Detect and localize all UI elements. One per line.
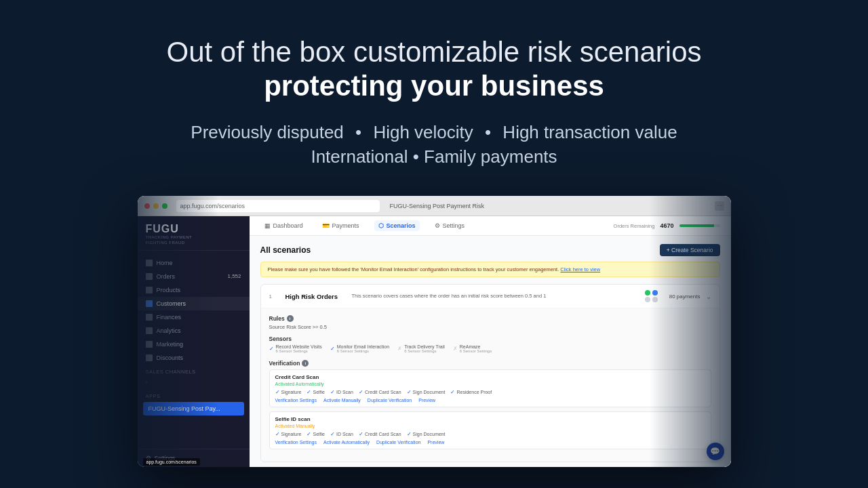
- verification-section: Verification i Credit Card Scan Activate…: [269, 360, 711, 449]
- products-icon: [146, 287, 153, 293]
- action-preview-1[interactable]: Preview: [427, 440, 444, 445]
- sidebar-nav: Home Orders 1,552 Products Customers: [138, 251, 250, 449]
- sensor-item-2: ✗ Track Delivery Trail 6 Sensor Settings: [397, 344, 445, 353]
- sidebar-item-sales-expand[interactable]: ›: [138, 376, 250, 389]
- content-area: All scenarios + Create Scenario Please m…: [250, 236, 731, 467]
- sidebar-item-fugu[interactable]: FUGU-Sensing Post Pay...: [143, 402, 244, 415]
- finances-icon: [146, 314, 153, 321]
- verification-checks-1: ✓ Signature ✓ Selfie ✓ I: [275, 431, 705, 437]
- bullet-3: •: [413, 146, 424, 167]
- check-id-0: ✓ ID Scan: [330, 389, 353, 395]
- action-activate-manually-0[interactable]: Activate Manually: [323, 398, 361, 403]
- url-tooltip: app.fugu.com/scenarios: [143, 458, 200, 466]
- sidebar-item-products[interactable]: Products: [138, 283, 250, 297]
- verification-checks-0: ✓ Signature ✓ Selfie ✓ I: [275, 389, 705, 395]
- scenario-card: 1 High Risk Orders This scenario covers …: [260, 284, 720, 462]
- tab-payments[interactable]: 💳 Payments: [318, 220, 363, 231]
- check-res-0: ✓ Residence Proof: [450, 389, 492, 395]
- action-verification-settings-1[interactable]: Verification Settings: [275, 440, 317, 445]
- sensor-label-0: Record Website Visits 6 Sensor Settings: [276, 344, 322, 353]
- browser-dot-maximize[interactable]: [162, 203, 167, 209]
- tagline-item-4: International: [311, 146, 408, 167]
- browser-icon-1[interactable]: ⋯: [715, 201, 724, 211]
- status-dot-1: [645, 290, 650, 296]
- rules-info-icon[interactable]: i: [287, 315, 294, 322]
- sidebar-item-customers[interactable]: Customers: [138, 297, 250, 310]
- tagline-item-3: High transaction value: [502, 122, 677, 142]
- app-layout: FUGU TRACKING PAYMENT FIGHTING FRAUD Hom…: [138, 216, 731, 467]
- chat-icon: 💬: [710, 447, 720, 456]
- tab-settings-label: Settings: [443, 222, 465, 229]
- action-activate-auto-1[interactable]: Activate Automatically: [323, 440, 370, 445]
- verification-info-icon[interactable]: i: [302, 360, 309, 367]
- action-duplicate-0[interactable]: Duplicate Verification: [368, 398, 412, 403]
- sidebar-label-marketing: Marketing: [157, 341, 184, 348]
- tagline-row2: International • Family payments: [166, 146, 701, 167]
- check-mark-id-1: ✓: [330, 431, 335, 437]
- alert-banner: Please make sure you have followed the '…: [260, 262, 720, 277]
- sensors-grid: ✓ Record Website Visits 6 Sensor Setting…: [269, 344, 711, 353]
- sidebar-label-discounts: Discounts: [157, 354, 184, 361]
- sidebar-label-products: Products: [157, 287, 181, 293]
- sidebar-logo: FUGU TRACKING PAYMENT FIGHTING FRAUD: [138, 216, 250, 251]
- tagline-item-2: High velocity: [373, 122, 473, 142]
- check-selfie-0: ✓ Selfie: [307, 389, 325, 395]
- sidebar-item-finances[interactable]: Finances: [138, 310, 250, 324]
- create-scenario-button[interactable]: + Create Scenario: [660, 244, 720, 256]
- sensor-item-1: ✓ Monitor Email Interaction 6 Sensor Set…: [330, 344, 389, 353]
- action-preview-0[interactable]: Preview: [418, 398, 435, 403]
- tab-scenarios[interactable]: ⬡ Scenarios: [374, 220, 420, 231]
- check-mark-id-0: ✓: [330, 389, 335, 395]
- browser-chrome: app.fugu.com/scenarios FUGU-Sensing Post…: [138, 196, 731, 216]
- scenario-number: 1: [269, 293, 280, 300]
- sensor-uncheck-3: ✗: [453, 346, 458, 352]
- tagline-item-1: Previously disputed: [191, 122, 343, 142]
- scenario-chevron[interactable]: ⌄: [706, 293, 711, 300]
- check-mark-selfie-0: ✓: [307, 389, 311, 395]
- tab-dashboard[interactable]: ▦ Dashboard: [260, 220, 307, 231]
- orders-badge: 1,552: [227, 273, 241, 279]
- header-section: Out of the box customizable risk scenari…: [166, 0, 701, 181]
- check-mark-sign-0: ✓: [407, 389, 412, 395]
- sensor-label-1: Monitor Email Interaction 6 Sensor Setti…: [337, 344, 389, 353]
- tab-settings[interactable]: ⚙ Settings: [431, 220, 469, 231]
- sensor-check-0: ✓: [269, 346, 274, 352]
- sensor-label-2: Track Delivery Trail 6 Sensor Settings: [404, 344, 445, 353]
- action-verification-settings-0[interactable]: Verification Settings: [275, 398, 317, 403]
- tagline-row1: Previously disputed • High velocity • Hi…: [166, 119, 701, 147]
- scenario-row: 1 High Risk Orders This scenario covers …: [261, 285, 719, 308]
- browser-icons: ⋯: [715, 201, 724, 211]
- sidebar-item-discounts[interactable]: Discounts: [138, 351, 250, 365]
- alert-link[interactable]: Click here to view: [560, 266, 600, 272]
- action-duplicate-1[interactable]: Duplicate Verification: [376, 440, 420, 445]
- url-text: app.fugu.com/scenarios: [180, 203, 245, 209]
- section-title: All scenarios: [260, 245, 311, 255]
- rules-section-title: Rules i: [269, 315, 711, 322]
- verification-status-1: Activated Manually: [275, 424, 705, 428]
- section-header: All scenarios + Create Scenario: [260, 244, 720, 256]
- browser-dot-close[interactable]: [144, 203, 150, 209]
- sidebar-item-orders[interactable]: Orders 1,552: [138, 270, 250, 283]
- sensors-section-title: Sensors: [269, 336, 711, 342]
- verification-card-1: Selfie ID scan Activated Manually ✓ Sign…: [269, 411, 711, 449]
- top-nav: ▦ Dashboard 💳 Payments ⬡ Scenarios ⚙ Set…: [250, 216, 731, 236]
- logo-sub-1: TRACKING PAYMENT: [146, 235, 241, 241]
- verification-status-0: Activated Automatically: [275, 382, 705, 386]
- sidebar-item-analytics[interactable]: Analytics: [138, 324, 250, 338]
- apps-label: Apps: [138, 389, 250, 401]
- chat-bubble[interactable]: 💬: [707, 443, 724, 460]
- header-line1: Out of the box customizable risk scenari…: [166, 35, 701, 69]
- browser-dot-minimize[interactable]: [153, 203, 159, 209]
- check-mark-res-0: ✓: [450, 389, 455, 395]
- browser-url-bar[interactable]: app.fugu.com/scenarios: [176, 200, 380, 212]
- orders-remaining-value: 4670: [660, 222, 673, 229]
- tab-dashboard-label: Dashboard: [273, 222, 303, 229]
- sidebar-item-home[interactable]: Home: [138, 256, 250, 270]
- scenario-status-icons: [645, 290, 658, 302]
- sidebar-label-orders: Orders: [157, 273, 176, 280]
- home-icon: [146, 260, 153, 266]
- scenario-name: High Risk Orders: [285, 293, 347, 300]
- sidebar-item-marketing[interactable]: Marketing: [138, 338, 250, 351]
- sidebar-label-home: Home: [157, 260, 173, 266]
- customers-icon: [146, 300, 153, 307]
